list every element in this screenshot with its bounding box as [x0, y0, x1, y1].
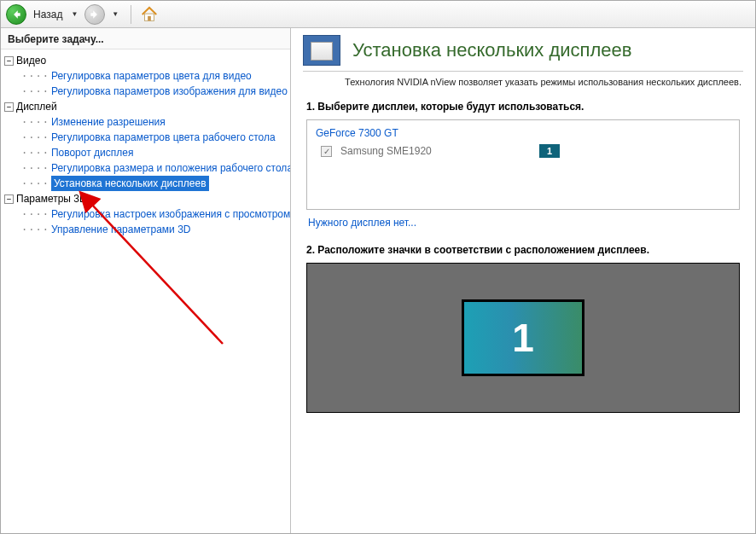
- arrow-left-icon: [10, 9, 22, 20]
- display-index-badge: 1: [539, 144, 560, 158]
- sidebar: Выберите задачу... − Видео ···· Регулиро…: [1, 28, 291, 533]
- tree-item-label: Установка нескольких дисплеев: [51, 176, 209, 191]
- forward-button[interactable]: [84, 4, 105, 25]
- display-name-label: Samsung SME1920: [340, 145, 432, 157]
- group-label-text: Видео: [16, 53, 46, 68]
- display-arrange-area[interactable]: 1: [306, 263, 740, 413]
- tree-item-label: Управление параметрами 3D: [51, 222, 191, 237]
- tree-item[interactable]: ···· Регулировка параметров цвета для ви…: [4, 68, 288, 84]
- tree-item-label: Регулировка параметров изображения для в…: [51, 84, 288, 99]
- svg-rect-1: [148, 15, 151, 20]
- multi-display-icon: [303, 35, 340, 66]
- section-title: 2. Расположите значки в соответствии с р…: [306, 244, 740, 256]
- tree-item-label: Поворот дисплея: [51, 145, 134, 160]
- tree-item[interactable]: ···· Регулировка настроек изображения с …: [4, 206, 288, 222]
- tree-item[interactable]: ···· Поворот дисплея: [4, 145, 288, 160]
- tree-item-label: Регулировка параметров цвета рабочего ст…: [51, 130, 276, 145]
- tree-item[interactable]: ···· Регулировка параметров цвета рабоче…: [4, 130, 288, 145]
- monitor-tile-label: 1: [512, 315, 534, 361]
- page-title: Установка нескольких дисплеев: [352, 39, 631, 61]
- tree-group-video: − Видео ···· Регулировка параметров цвет…: [4, 53, 288, 99]
- page-description: Технология NVIDIA nView позволяет указат…: [291, 72, 755, 96]
- display-checkbox[interactable]: ✓: [321, 146, 332, 157]
- tree-item-label: Регулировка размера и положения рабочего…: [51, 160, 290, 176]
- tree-item[interactable]: ···· Регулировка размера и положения раб…: [4, 160, 288, 176]
- tree-group-label[interactable]: − Параметры 3D: [4, 191, 288, 206]
- tree-item-selected[interactable]: ···· Установка нескольких дисплеев: [4, 176, 288, 191]
- task-tree: − Видео ···· Регулировка параметров цвет…: [1, 49, 290, 533]
- gpu-name: GeForce 7300 GT: [316, 127, 730, 139]
- forward-history-dropdown[interactable]: ▼: [108, 10, 122, 18]
- display-row: ✓ Samsung SME1920 1: [316, 144, 730, 158]
- section-arrange-displays: 2. Расположите значки в соответствии с р…: [291, 239, 755, 420]
- tree-item-label: Изменение разрешения: [51, 114, 166, 130]
- toolbar-separator: [131, 5, 131, 24]
- collapse-icon[interactable]: −: [4, 194, 14, 204]
- tree-group-display: − Дисплей ···· Изменение разрешения ····…: [4, 99, 288, 191]
- back-button[interactable]: [6, 4, 26, 25]
- home-icon: [140, 5, 159, 24]
- tree-item[interactable]: ···· Регулировка параметров изображения …: [4, 84, 288, 99]
- collapse-icon[interactable]: −: [4, 102, 14, 112]
- section-title: 1. Выберите дисплеи, которые будут испол…: [306, 101, 740, 113]
- sidebar-header: Выберите задачу...: [1, 28, 290, 49]
- tree-group-label[interactable]: − Видео: [4, 53, 288, 68]
- app-window: Назад ▼ ▼ Выберите задачу... −: [0, 0, 756, 534]
- tree-item-label: Регулировка параметров цвета для видео: [51, 68, 252, 84]
- back-label: Назад: [33, 9, 62, 20]
- group-label-text: Параметры 3D: [16, 191, 87, 206]
- tree-item[interactable]: ···· Управление параметрами 3D: [4, 222, 288, 237]
- home-button[interactable]: [140, 5, 159, 24]
- toolbar: Назад ▼ ▼: [1, 1, 755, 28]
- group-label-text: Дисплей: [16, 99, 57, 114]
- missing-display-link[interactable]: Нужного дисплея нет...: [308, 217, 740, 229]
- arrow-right-icon: [89, 9, 101, 20]
- display-list-box: GeForce 7300 GT ✓ Samsung SME1920 1: [306, 119, 740, 210]
- monitor-tile[interactable]: 1: [462, 299, 584, 376]
- content-pane: Установка нескольких дисплеев Технология…: [291, 28, 755, 533]
- back-history-dropdown[interactable]: ▼: [67, 10, 81, 18]
- page-header: Установка нескольких дисплеев: [291, 28, 755, 71]
- collapse-icon[interactable]: −: [4, 56, 14, 66]
- section-select-displays: 1. Выберите дисплеи, которые будут испол…: [291, 96, 755, 239]
- tree-group-label[interactable]: − Дисплей: [4, 99, 288, 114]
- tree-item[interactable]: ···· Изменение разрешения: [4, 114, 288, 130]
- tree-item-label: Регулировка настроек изображения с просм…: [51, 206, 290, 222]
- tree-group-3d: − Параметры 3D ···· Регулировка настроек…: [4, 191, 288, 237]
